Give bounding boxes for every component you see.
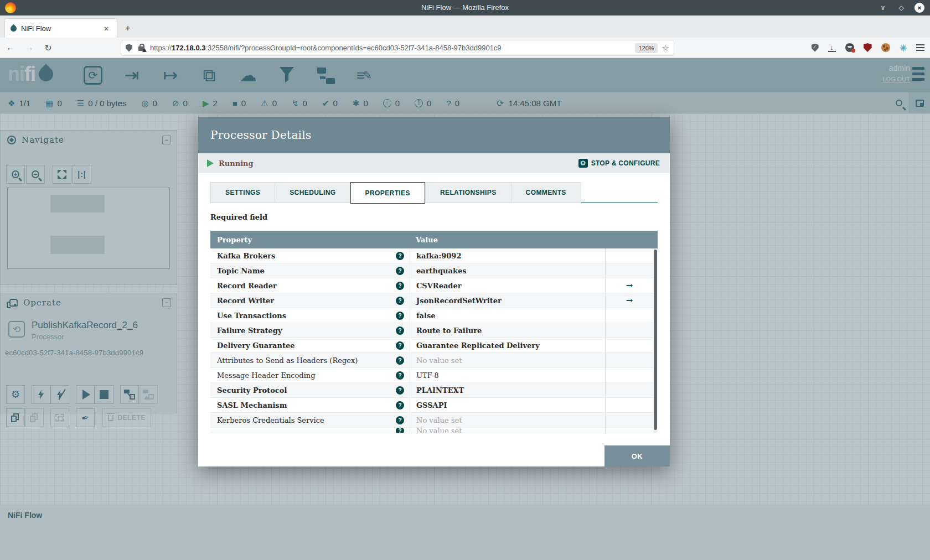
browser-menu-icon[interactable]: [916, 44, 924, 51]
window-maximize-icon[interactable]: ◇: [896, 3, 906, 13]
property-value[interactable]: false: [410, 308, 605, 323]
ublock-extension-icon[interactable]: [864, 43, 872, 52]
property-help-icon[interactable]: ?: [396, 371, 404, 380]
property-value[interactable]: Route to Failure: [410, 323, 605, 338]
property-value[interactable]: JsonRecordSetWriter: [410, 293, 605, 308]
property-value[interactable]: No value set: [410, 353, 605, 367]
tab-scheduling[interactable]: SCHEDULING: [275, 182, 350, 203]
property-value[interactable]: CSVReader: [410, 278, 605, 293]
required-field-label: Required field: [210, 213, 267, 221]
downloads-icon[interactable]: ↓: [828, 44, 836, 52]
property-name: Kafka Brokers: [217, 252, 396, 260]
property-name-cell: Delivery Guarantee?: [210, 341, 410, 350]
window-minimize-icon[interactable]: ∨: [878, 3, 888, 13]
property-value[interactable]: PLAINTEXT: [410, 383, 605, 397]
ok-button[interactable]: OK: [604, 445, 670, 466]
back-button[interactable]: ←: [2, 40, 19, 55]
goto-service-arrow[interactable]: →: [605, 293, 653, 308]
goto-cell: [605, 338, 653, 352]
goto-cell: [605, 428, 653, 433]
property-name-cell: Security Protocol?: [210, 386, 410, 395]
property-help-icon[interactable]: ?: [396, 356, 404, 365]
dialog-status-bar: Running ⚙ STOP & CONFIGURE: [198, 153, 670, 173]
tab-settings[interactable]: SETTINGS: [210, 182, 275, 203]
properties-table-header: Property Value: [210, 231, 658, 248]
property-value[interactable]: No value set: [410, 413, 605, 427]
property-help-icon[interactable]: ?: [396, 428, 404, 433]
goto-cell: [605, 413, 653, 427]
cookie-extension-icon[interactable]: [881, 43, 890, 52]
property-value[interactable]: No value set: [410, 428, 605, 433]
property-help-icon[interactable]: ?: [396, 401, 404, 409]
property-name: Failure Strategy: [217, 326, 396, 335]
property-name: Message Header Encoding: [217, 371, 396, 380]
property-value[interactable]: UTF-8: [410, 368, 605, 382]
property-name: Kerberos Credentials Service: [217, 416, 396, 424]
shield-check-extension-icon[interactable]: [812, 44, 819, 52]
gear-square-icon: ⚙: [578, 159, 588, 168]
tab-close-icon[interactable]: ✕: [101, 24, 111, 34]
property-help-icon[interactable]: ?: [396, 252, 404, 260]
property-help-icon[interactable]: ?: [396, 416, 404, 424]
property-name: Attributes to Send as Headers (Regex): [217, 356, 396, 365]
goto-cell: [605, 368, 653, 382]
property-name-cell: ?: [210, 428, 410, 433]
property-help-icon[interactable]: ?: [396, 267, 404, 275]
goto-cell: [605, 323, 653, 338]
properties-table-body: Kafka Brokers?kafka:9092Topic Name?earth…: [210, 248, 658, 433]
running-status-label: Running: [219, 159, 254, 168]
property-help-icon[interactable]: ?: [396, 386, 404, 395]
goto-cell: [605, 263, 653, 278]
property-help-icon[interactable]: ?: [396, 282, 404, 290]
table-row: Record Writer?JsonRecordSetWriter→: [210, 293, 658, 308]
reload-button[interactable]: ↻: [40, 40, 56, 55]
asterisk-extension-icon[interactable]: ✳: [900, 43, 907, 53]
property-name-cell: Message Header Encoding?: [210, 371, 410, 380]
new-tab-button[interactable]: +: [121, 21, 135, 35]
processor-details-dialog: Processor Details Running ⚙ STOP & CONFI…: [198, 117, 670, 466]
connection-lock-icon[interactable]: [138, 46, 144, 51]
forward-button[interactable]: →: [21, 40, 38, 55]
url-bar[interactable]: https://172.18.0.3:32558/nifi/?processGr…: [121, 40, 674, 56]
property-value[interactable]: Guarantee Replicated Delivery: [410, 338, 605, 352]
property-value[interactable]: GSSAPI: [410, 398, 605, 412]
property-help-icon[interactable]: ?: [396, 341, 404, 350]
property-name: Use Transactions: [217, 312, 396, 320]
property-name-cell: Attributes to Send as Headers (Regex)?: [210, 356, 410, 365]
property-name-cell: Use Transactions?: [210, 312, 410, 320]
properties-table: Property Value Kafka Brokers?kafka:9092T…: [210, 231, 658, 433]
tab-relationships[interactable]: RELATIONSHIPS: [425, 182, 511, 203]
window-title: NiFi Flow — Mozilla Firefox: [0, 0, 930, 15]
property-name: Record Writer: [217, 297, 396, 305]
properties-scrollbar-thumb[interactable]: [654, 250, 657, 430]
browser-tab[interactable]: NiFi Flow ✕: [4, 18, 117, 38]
tab-comments[interactable]: COMMENTS: [511, 182, 581, 203]
browser-tabbar: NiFi Flow ✕ +: [0, 15, 930, 38]
table-row: Security Protocol?PLAINTEXT: [210, 383, 658, 398]
screen: NiFi Flow — Mozilla Firefox ∨ ◇ ✕ NiFi F…: [0, 0, 930, 560]
page-zoom-badge[interactable]: 120%: [635, 43, 657, 53]
bookmark-star-icon[interactable]: ☆: [662, 43, 669, 53]
property-column-header: Property: [210, 236, 410, 244]
tab-properties[interactable]: PROPERTIES: [350, 182, 425, 204]
mask-extension-icon[interactable]: [845, 43, 854, 52]
url-text[interactable]: https://172.18.0.3:32558/nifi/?processGr…: [150, 44, 631, 52]
goto-service-arrow[interactable]: →: [605, 278, 653, 293]
stop-and-configure-button[interactable]: ⚙ STOP & CONFIGURE: [578, 159, 660, 168]
property-name-cell: Record Writer?: [210, 297, 410, 305]
property-name: Topic Name: [217, 267, 396, 275]
table-row: Use Transactions?false: [210, 308, 658, 323]
property-help-icon[interactable]: ?: [396, 297, 404, 305]
tracking-protection-icon[interactable]: [126, 44, 132, 52]
property-value[interactable]: kafka:9092: [410, 248, 605, 263]
property-name-cell: Failure Strategy?: [210, 326, 410, 335]
property-help-icon[interactable]: ?: [396, 326, 404, 335]
window-close-icon[interactable]: ✕: [914, 3, 924, 13]
properties-scrollbar-track[interactable]: [653, 248, 658, 433]
property-help-icon[interactable]: ?: [396, 312, 404, 320]
window-titlebar: NiFi Flow — Mozilla Firefox ∨ ◇ ✕: [0, 0, 930, 15]
table-row: Topic Name?earthquakes: [210, 263, 658, 278]
goto-cell: [605, 308, 653, 323]
dialog-body: SETTINGSSCHEDULINGPROPERTIESRELATIONSHIP…: [198, 173, 670, 466]
property-value[interactable]: earthquakes: [410, 263, 605, 278]
